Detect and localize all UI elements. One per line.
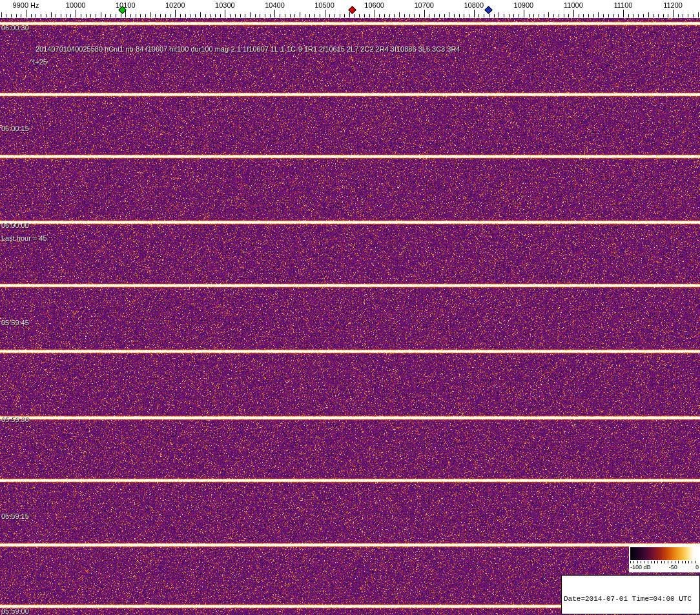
time-label: 05:59:00 — [1, 607, 29, 615]
freq-tick-label: 10800 — [464, 1, 484, 9]
info-line-date: Date=2014-07-01 Time=04:00 UTC — [564, 594, 697, 603]
colorbar-labels: -100 dB -50 0 — [630, 563, 699, 571]
time-label: 05:59:15 — [1, 512, 29, 520]
time-label: 06:00:30 — [1, 24, 29, 32]
freq-tick-label: 10400 — [265, 1, 285, 9]
detection-annotation: 20140701040025580 hCnt1 nb-84 f10607 hit… — [36, 45, 460, 53]
time-label: 06:00:15 — [1, 125, 29, 132]
colorbar: -100 dB -50 0 — [629, 546, 700, 572]
colorbar-gradient — [630, 547, 699, 560]
meteor-spectrogram-app: 9900 Hz100001010010200103001040010500106… — [0, 0, 700, 615]
colorbar-label-min: -100 dB — [630, 563, 651, 571]
time-label: 05:59:30 — [1, 416, 29, 423]
freq-tick-label: 11000 — [564, 1, 583, 9]
hour-count-label: Last hour = 45 — [1, 234, 47, 242]
freq-tick-label: 11100 — [614, 1, 633, 9]
time-label: 06:00:00 — [1, 221, 29, 229]
colorbar-label-mid: -50 — [669, 563, 677, 571]
freq-tick-label: 10500 — [314, 1, 335, 9]
colorbar-label-max: 0 — [695, 563, 699, 571]
cursor-annotation: ^t+25 — [30, 58, 47, 66]
station-info-box: Date=2014-07-01 Time=04:00 UTC Freq=143 … — [561, 575, 700, 614]
freq-tick-label: 10200 — [165, 1, 185, 9]
frequency-ruler[interactable]: 9900 Hz100001010010200103001040010500106… — [0, 0, 700, 18]
time-label: 05:59:45 — [1, 319, 29, 327]
freq-tick-label: 10300 — [215, 1, 235, 9]
freq-tick-label: 11200 — [663, 1, 683, 9]
freq-tick-label: 10100 — [116, 1, 136, 9]
freq-tick-label: 9900 Hz — [13, 1, 39, 9]
spectrogram-canvas — [0, 18, 700, 615]
freq-tick-label: 10900 — [514, 1, 534, 9]
freq-tick-label: 10000 — [66, 1, 86, 9]
freq-tick-label: 10700 — [414, 1, 434, 9]
freq-tick-label: 10600 — [364, 1, 384, 9]
